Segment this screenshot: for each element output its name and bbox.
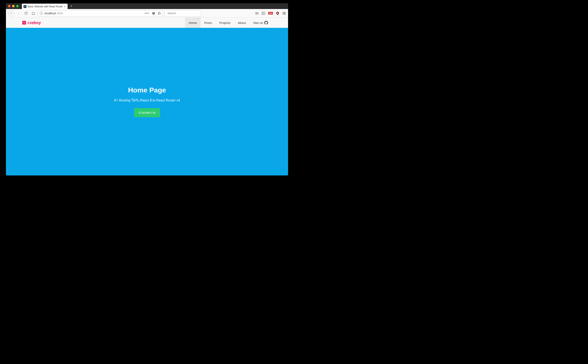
nav-about[interactable]: About bbox=[234, 18, 249, 28]
new-tab-button[interactable]: + bbox=[69, 4, 74, 8]
bookmark-star-icon[interactable] bbox=[158, 12, 161, 15]
svg-rect-8 bbox=[277, 13, 278, 14]
forward-button[interactable] bbox=[16, 10, 21, 16]
react-favicon-icon bbox=[24, 5, 27, 8]
toolbar-extensions: ABP bbox=[255, 12, 286, 15]
search-bar[interactable] bbox=[164, 10, 201, 16]
site-nav: Home Posts Projects About Star on bbox=[185, 18, 272, 28]
github-icon bbox=[264, 21, 268, 25]
back-button[interactable] bbox=[8, 10, 14, 16]
logo-mark-icon bbox=[22, 21, 26, 25]
browser-tab[interactable]: Basic Website with React Route × bbox=[22, 4, 67, 9]
sidebar-icon[interactable] bbox=[262, 12, 265, 15]
menu-button[interactable] bbox=[282, 12, 286, 15]
nav-home[interactable]: Home bbox=[185, 18, 201, 28]
svg-marker-4 bbox=[158, 12, 160, 14]
hero-section: Home Page ทำ Routing ให้กับ React ด้วย R… bbox=[6, 28, 288, 176]
svg-rect-10 bbox=[24, 22, 24, 23]
window-minimize-button[interactable] bbox=[12, 5, 14, 7]
page-title: Home Page bbox=[128, 86, 166, 94]
adblock-plus-icon[interactable]: ABP bbox=[268, 12, 273, 14]
window-controls bbox=[8, 5, 19, 7]
library-icon[interactable] bbox=[255, 12, 259, 15]
url-actions: ••• bbox=[145, 12, 161, 15]
logo-text: cvehoy bbox=[27, 20, 41, 25]
ublock-origin-icon[interactable] bbox=[276, 12, 280, 15]
svg-rect-11 bbox=[24, 23, 25, 23]
browser-titlebar: Basic Website with React Route × + bbox=[6, 3, 288, 9]
nav-posts[interactable]: Posts bbox=[201, 18, 216, 28]
page-actions-menu-icon[interactable]: ••• bbox=[145, 12, 149, 15]
svg-point-7 bbox=[277, 13, 278, 14]
pocket-icon[interactable] bbox=[152, 12, 155, 15]
site-info-icon[interactable]: i bbox=[40, 12, 43, 15]
page-viewport: cvehoy Home Posts Projects About Star on… bbox=[6, 18, 288, 176]
search-input[interactable] bbox=[167, 12, 202, 15]
browser-window: Basic Website with React Route × + i loc… bbox=[6, 3, 288, 176]
read-article-button[interactable]: อ่านบทความ bbox=[134, 108, 160, 117]
url-text: localhost:3000 bbox=[45, 12, 63, 15]
svg-rect-6 bbox=[262, 12, 265, 14]
window-maximize-button[interactable] bbox=[16, 5, 19, 7]
home-button[interactable] bbox=[31, 10, 36, 16]
site-header: cvehoy Home Posts Projects About Star on bbox=[6, 18, 288, 28]
site-logo[interactable]: cvehoy bbox=[22, 20, 41, 25]
nav-projects[interactable]: Projects bbox=[216, 18, 234, 28]
tab-title: Basic Website with React Route bbox=[28, 5, 63, 8]
page-subtitle: ทำ Routing ให้กับ React ด้วย React Route… bbox=[114, 98, 180, 103]
reload-button[interactable] bbox=[23, 10, 29, 16]
browser-toolbar: i localhost:3000 ••• bbox=[6, 9, 288, 18]
nav-star-on-github[interactable]: Star on bbox=[250, 18, 272, 28]
tab-close-button[interactable]: × bbox=[64, 5, 66, 8]
svg-point-0 bbox=[25, 6, 25, 7]
window-close-button[interactable] bbox=[8, 5, 10, 7]
url-bar[interactable]: i localhost:3000 ••• bbox=[38, 10, 163, 16]
